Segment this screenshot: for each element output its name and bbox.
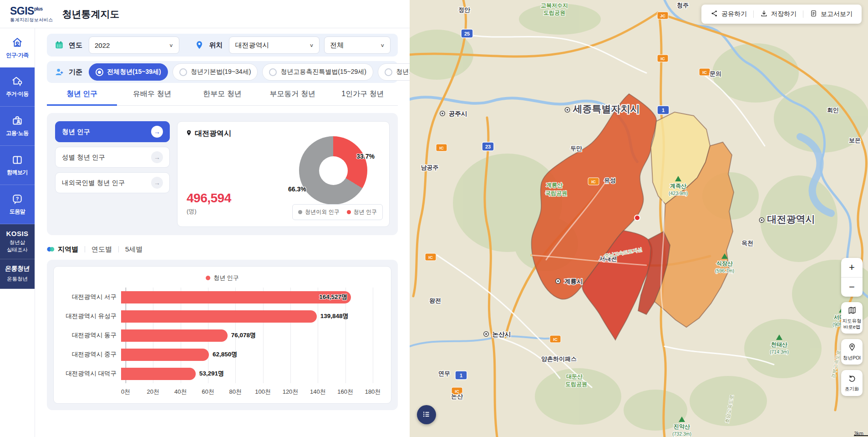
tab-1인가구청년[interactable]: 1인가구 청년 (328, 89, 398, 105)
sidebar-item-label: 도움말 (10, 208, 25, 216)
sidebar-kosis-survey[interactable]: KOSIS청년삶실태조사 (0, 224, 35, 259)
criteria-label: 기준 (69, 68, 82, 77)
zoom-in-button[interactable]: + (841, 258, 863, 277)
location-label: 위치 (209, 41, 223, 50)
criteria-option[interactable]: 전체청년(15~39세) (89, 63, 168, 81)
map-label: 보은 (849, 137, 861, 144)
tab-부모동거청년[interactable]: 부모동거 청년 (258, 89, 328, 105)
svg-text:?: ? (16, 196, 19, 201)
kosis-subtitle: 청년삶실태조사 (1, 239, 34, 253)
youth-poi-button[interactable]: 청년POI (841, 339, 863, 365)
tab-청년인구[interactable]: 청년 인구 (47, 89, 117, 106)
bar[interactable] (121, 349, 209, 361)
filter-row-criteria: 기준 전체청년(15~39세)청년기본법(19~34세)청년고용촉진특별법(15… (47, 61, 398, 83)
map-action-bar: 공유하기저장하기보고서보기 (701, 5, 862, 24)
x-tick-label: 60천 (202, 388, 214, 396)
svg-text:JC: JC (660, 13, 665, 18)
sidebar-item-help[interactable]: ?도움말 (0, 185, 35, 224)
map-label: (423.9m) (669, 190, 688, 196)
interchange-badge: IC (657, 55, 668, 62)
map[interactable]: 251231JCICICICICICICIC 정안청주고복저수지도립공원세종특별… (410, 0, 868, 437)
criteria-option[interactable]: 청년기본조례(19~39세) (378, 63, 410, 81)
bar-value-label: 139,848명 (320, 312, 349, 320)
criteria-option[interactable]: 청년기본법(19~34세) (173, 63, 258, 81)
ontong-logo: 온통청년 (0, 265, 34, 273)
legend-toggle-button[interactable] (417, 405, 436, 424)
chart-tab-label: 연도별 (91, 245, 112, 254)
sidebar-item-housing-move[interactable]: 주거·이동 (0, 67, 35, 107)
donut-legend-item: 청년 인구 (347, 208, 377, 216)
sidebar-item-employment-labor[interactable]: 고용·노동 (0, 107, 35, 146)
map-label: 왕전 (429, 297, 441, 304)
map-type-button[interactable]: 지도유형바로e맵 (841, 302, 863, 334)
legend-list-icon (422, 410, 431, 420)
criteria-option[interactable]: 청년고용촉진특별법(15~29세) (262, 63, 373, 81)
sidebar-item-label: 주거·이동 (6, 90, 29, 98)
year-label: 연도 (69, 41, 82, 50)
map-action-label: 공유하기 (721, 10, 747, 18)
bar-row: 대전광역시 동구76,078명 (63, 326, 382, 345)
chart-tab-5세별[interactable]: 5세별 (125, 245, 142, 254)
chart-tabs: 지역별연도별5세별 (47, 242, 398, 256)
sidebar-item-population-family[interactable]: 인구·가족 (0, 28, 35, 67)
location-sub-select[interactable]: 전체∨ (324, 36, 391, 54)
tab-유배우청년[interactable]: 유배우 청년 (117, 89, 187, 105)
page-title: 청년통계지도 (62, 8, 120, 21)
bar[interactable] (121, 291, 351, 303)
reset-button[interactable]: 초기화 (841, 370, 863, 396)
map-label: 문의 (710, 70, 721, 77)
map-type-label2: 바로e맵 (843, 324, 860, 329)
bar[interactable] (121, 368, 196, 380)
map-label: 계룡시 (564, 278, 583, 285)
map-label: 회인 (827, 107, 839, 113)
stat-menu-item[interactable]: 청년 인구→ (55, 121, 170, 142)
stat-menu-item[interactable]: 성별 청년 인구→ (55, 147, 170, 168)
chart-tab-연도별[interactable]: 연도별 (91, 245, 112, 254)
bar[interactable] (121, 329, 228, 342)
map-label: 대전광역시 (767, 214, 815, 224)
route-shield: 1 (657, 106, 669, 114)
svg-text:IC: IC (428, 255, 433, 260)
bar-category-label: 대전광역시 유성구 (63, 312, 121, 320)
calendar-icon (54, 40, 64, 50)
donut-youth-label: 33.7% (356, 153, 375, 160)
bar-row: 대전광역시 대덕구53,291명 (63, 364, 382, 383)
x-tick-label: 20천 (147, 388, 159, 396)
map-label: (732.3m) (672, 431, 691, 437)
map-label: 고복저수지 (541, 2, 568, 9)
arrow-right-icon: → (151, 151, 163, 163)
map-action-share[interactable]: 공유하기 (704, 10, 753, 19)
svg-text:1: 1 (662, 108, 665, 113)
location-value: 대전광역시 (235, 41, 269, 50)
map-label: 남공주 (421, 164, 439, 171)
sgis-logo[interactable]: SGISplus 통계지리정보서비스 (10, 6, 53, 22)
map-action-report[interactable]: 보고서보기 (803, 10, 859, 19)
ontong-label: 온통청년 (1, 276, 34, 283)
zoom-out-button[interactable]: − (841, 278, 863, 297)
map-pin-icon (186, 129, 192, 139)
stat-menu-label: 청년 인구 (62, 128, 90, 136)
sidebar-item-label: 인구·가족 (6, 51, 29, 59)
bar[interactable] (121, 310, 317, 323)
sidebar-item-compare-view[interactable]: 함께보기 (0, 146, 35, 185)
sidebar-ontong-youth[interactable]: 온통청년온통청년 (0, 259, 35, 289)
map-label: 유성 (604, 177, 616, 184)
bar-category-label: 대전광역시 대덕구 (63, 370, 121, 378)
chart-tab-지역별[interactable]: 지역별 (47, 245, 78, 254)
year-select[interactable]: 2022∨ (89, 36, 179, 54)
tab-한부모청년[interactable]: 한부모 청년 (187, 89, 257, 105)
bar-value-label: 164,527명 (319, 293, 347, 301)
map-action-save[interactable]: 저장하기 (754, 10, 803, 19)
stat-menu-item[interactable]: 내외국인별 청년 인구→ (55, 172, 170, 193)
map-canvas[interactable]: 251231JCICICICICICICIC 정안청주고복저수지도립공원세종특별… (410, 0, 868, 437)
x-tick-label: 80천 (229, 388, 242, 396)
interchange-badge: IC (425, 253, 436, 261)
share-icon (711, 10, 718, 19)
location-select[interactable]: 대전광역시∨ (229, 36, 320, 54)
kosis-title: KOSIS (1, 230, 34, 237)
map-type-label1: 지도유형 (843, 318, 862, 324)
donut-chart: 33.7% 66.3% (299, 136, 367, 205)
chevron-down-icon: ∨ (169, 42, 173, 48)
legend-label: 청년 인구 (354, 208, 377, 216)
bar-row: 대전광역시 중구62,850명 (63, 345, 382, 364)
